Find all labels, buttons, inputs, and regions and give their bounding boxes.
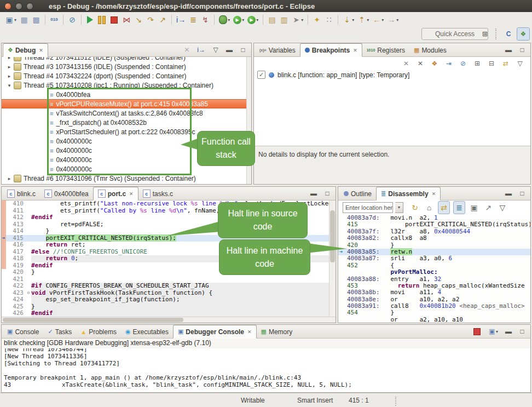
skip-all-breakpoints-icon[interactable]: ⊘ (458, 58, 469, 70)
maximize-icon[interactable]: □ (518, 325, 527, 337)
line-number[interactable]: 416 (6, 242, 26, 249)
tab-registers[interactable]: 1010Registers (362, 44, 409, 56)
chevron-down-icon[interactable]: ▾ (396, 18, 398, 22)
editor-ruler[interactable] (2, 283, 6, 290)
tab-variables[interactable]: (x)=Variables (255, 44, 300, 56)
go-to-file-icon[interactable]: ⇥ (443, 58, 454, 70)
step-return-icon[interactable]: ↗ (157, 14, 168, 26)
window-minimize-button[interactable] (15, 3, 22, 10)
forward-icon[interactable]: →▾ (386, 14, 400, 26)
editor-ruler[interactable] (2, 303, 6, 311)
close-icon[interactable]: ✕ (432, 191, 436, 197)
stack-frame-row[interactable]: ≡_frxt_dispatch() at 0x4008532b (2, 118, 251, 127)
edit-step-filters-icon[interactable]: ≣ (188, 14, 199, 26)
chevron-down-icon[interactable]: ▾ (256, 18, 258, 22)
location-input[interactable]: Enter location here (343, 202, 393, 213)
previous-edit-icon[interactable]: ⇡▾ (356, 14, 370, 26)
new-wizard-icon[interactable]: ▣▾ (4, 14, 18, 26)
editor-ruler[interactable] (2, 228, 6, 235)
editor-ruler[interactable] (2, 200, 6, 208)
suspend-icon[interactable] (96, 14, 107, 26)
chevron-down-icon[interactable]: ▾ (301, 18, 303, 22)
quick-access-field[interactable]: Quick Access (421, 28, 488, 40)
editor-vertical-scrollbar[interactable] (329, 200, 336, 317)
editor-ruler[interactable] (2, 296, 6, 303)
copy-icon[interactable]: ▣ (469, 202, 479, 214)
tab-problems[interactable]: ▲Problems (76, 325, 121, 338)
disassembly-listing[interactable]: 40083a7d: movi.n a2, 1415 portEXIT_CRITI… (338, 215, 530, 323)
tab-blink-c[interactable]: cblink.c (3, 187, 40, 200)
line-number[interactable]: 420 (6, 269, 26, 276)
chevron-down-icon[interactable]: ▾ (242, 18, 244, 22)
resume-icon[interactable] (85, 14, 95, 26)
editor-horizontal-scrollbar[interactable] (2, 317, 336, 323)
stack-frame-row[interactable]: ≡0x4000bfea (2, 90, 251, 99)
window-maximize-button[interactable] (26, 3, 33, 10)
editor-ruler[interactable] (2, 249, 6, 256)
remove-all-breakpoints-icon[interactable]: ✕ (415, 58, 426, 70)
close-icon[interactable]: ✕ (129, 191, 134, 197)
editor-ruler[interactable] (2, 242, 6, 249)
code-line[interactable]: 426#endif (2, 310, 336, 317)
terminate-console-icon[interactable] (471, 325, 483, 337)
terminate-icon[interactable] (108, 14, 120, 26)
debug-icon[interactable]: ▾ (218, 14, 231, 26)
scrollbar-thumb[interactable] (3, 318, 183, 322)
editor-ruler[interactable] (2, 208, 6, 215)
collapse-all-icon[interactable]: ⊟ (486, 58, 497, 70)
tree-expand-icon[interactable]: ▸ (6, 176, 13, 181)
search-icon[interactable]: ✦ (311, 14, 322, 26)
close-icon[interactable]: ✕ (39, 48, 43, 53)
tab-breakpoints[interactable]: Breakpoints✕ (300, 43, 362, 57)
tab-disassembly[interactable]: ≣Disassembly✕ (376, 187, 441, 200)
instruction-stepping-icon[interactable]: i→ (175, 14, 187, 26)
thread-row[interactable]: ▸Thread #2 1073411512 (IDLE) (Suspended … (2, 57, 251, 62)
tab-port-c[interactable]: cport.c✕ (93, 187, 138, 200)
view-menu-icon[interactable]: ▽ (211, 44, 220, 56)
open-new-view-icon[interactable]: ↗ (483, 202, 494, 214)
line-number[interactable]: 422 (6, 283, 26, 290)
sync-active-context-icon[interactable]: ⇄ (438, 201, 450, 214)
back-icon[interactable]: ←▾ (371, 14, 385, 26)
display-selected-console-icon[interactable]: ▣▾ (488, 325, 499, 337)
minimize-icon[interactable]: ▬ (504, 325, 513, 337)
chevron-down-icon[interactable]: ▾ (496, 329, 498, 334)
maximize-icon[interactable]: □ (518, 44, 527, 56)
editor-ruler[interactable] (2, 221, 6, 228)
chevron-down-icon[interactable]: ▾ (228, 18, 230, 22)
tab-modules[interactable]: ▦Modules (409, 44, 451, 56)
editor-ruler[interactable] (2, 276, 6, 283)
maximize-icon[interactable]: □ (323, 187, 332, 199)
thread-row[interactable]: ▾Thread #5 1073410208 (ipc1 : Running) (… (2, 81, 251, 90)
breakpoint-properties-icon[interactable]: ❖ (429, 58, 440, 70)
close-icon[interactable]: ✕ (247, 329, 252, 335)
cpp-perspective-button[interactable]: C (502, 28, 514, 40)
fold-icon[interactable]: ⊖ (26, 290, 31, 297)
line-number[interactable]: 418 (6, 255, 26, 262)
disassembly-line[interactable]: or a2, a10, a10 (338, 317, 530, 323)
open-perspective-button[interactable]: ⊞ (479, 28, 491, 40)
window-close-button[interactable] (4, 3, 11, 10)
editor-ruler[interactable] (2, 262, 6, 270)
minimize-icon[interactable]: ▬ (504, 44, 513, 56)
expand-all-icon[interactable]: ⊞ (472, 58, 483, 70)
minimize-icon[interactable]: ▬ (309, 187, 318, 199)
line-number[interactable]: 414 (6, 228, 26, 235)
tab-console[interactable]: ▣Console (3, 325, 43, 338)
profile-icon[interactable]: ▶▾ (246, 14, 259, 26)
tab-tasks-c[interactable]: ctasks.c (138, 187, 177, 200)
minimize-icon[interactable]: ▬ (504, 187, 513, 199)
editor-ruler[interactable] (2, 269, 6, 276)
chevron-down-icon[interactable]: ▾ (395, 202, 403, 213)
refresh-icon[interactable]: ↻ (409, 202, 420, 214)
last-edit-location-icon[interactable]: ⇣▾ (342, 14, 355, 26)
skip-all-breakpoints-icon[interactable]: ⊘ (67, 14, 78, 26)
step-over-icon[interactable]: ↷ (145, 14, 156, 26)
link-with-debug-view-icon[interactable]: ⇄ (500, 58, 511, 70)
tree-expand-icon[interactable]: ▸ (6, 64, 13, 70)
tab-outline[interactable]: Outline (339, 187, 376, 200)
thread-row[interactable]: ▸Thread #3 1073413156 (IDLE) (Suspended … (2, 62, 251, 71)
remove-all-terminated-icon[interactable]: ✕ (182, 44, 191, 56)
scrollbar-thumb[interactable] (330, 210, 335, 262)
editor-ruler[interactable] (2, 310, 6, 317)
